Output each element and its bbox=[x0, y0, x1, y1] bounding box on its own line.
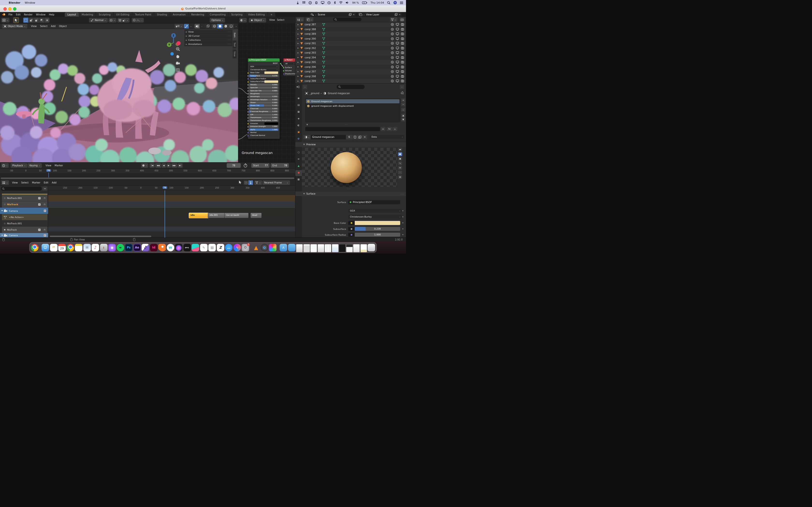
dropbox-icon[interactable] bbox=[302, 1, 305, 4]
snapping-toggle[interactable] bbox=[248, 180, 253, 185]
subsurface-slider[interactable]: 0.239 bbox=[355, 227, 400, 231]
outliner-row[interactable]: ▶ corql.394 bbox=[295, 55, 406, 60]
shader-menu-select[interactable]: Select bbox=[277, 18, 285, 21]
sort-alpha-button[interactable]: Az bbox=[387, 127, 392, 131]
properties-editor-type-icon[interactable] bbox=[296, 86, 300, 89]
properties-nav-back[interactable]: ⌄ bbox=[303, 85, 307, 89]
expand-icon[interactable]: ▶ bbox=[298, 33, 299, 35]
tab-constraints[interactable]: ≡ bbox=[295, 158, 302, 160]
hide-viewport-icon[interactable] bbox=[391, 56, 394, 59]
tab-world[interactable]: ◐ bbox=[295, 124, 302, 126]
new-collection-button[interactable] bbox=[400, 17, 405, 22]
nla-track-row[interactable]: ☆NlaTrack.001✓⊓ bbox=[2, 195, 47, 201]
disable-viewports-icon[interactable] bbox=[396, 65, 399, 68]
outliner-row[interactable]: ▶ corql.391 bbox=[295, 41, 406, 46]
workspace-tab[interactable]: Compositing bbox=[207, 12, 229, 17]
nla-menu-marker[interactable]: Marker bbox=[30, 181, 42, 184]
overlays-dropdown[interactable]: ⌄ bbox=[200, 24, 204, 29]
window-messages[interactable] bbox=[332, 244, 338, 252]
node-input-row[interactable]: Subsurface Color bbox=[249, 80, 278, 83]
disable-render-icon[interactable] bbox=[401, 65, 404, 68]
spotlight-icon[interactable] bbox=[387, 1, 390, 4]
gizmos-toggle[interactable] bbox=[184, 24, 189, 29]
use-preview-range-button[interactable] bbox=[244, 163, 247, 168]
menubar-clock[interactable]: Thu 14:04 bbox=[370, 1, 384, 4]
shader-editor-type-button[interactable]: ⌄ bbox=[239, 18, 247, 22]
proportional-edit-controls[interactable]: ⌄ bbox=[132, 18, 144, 22]
filter-invert-button[interactable]: ↔ bbox=[380, 127, 386, 131]
preview-flat-button[interactable]: ▬ bbox=[398, 148, 402, 151]
after-effects[interactable]: Ae bbox=[134, 244, 141, 251]
airplay-icon[interactable] bbox=[321, 1, 324, 4]
workspace-tab[interactable]: Modeling bbox=[79, 12, 96, 17]
nla-playhead-badge[interactable]: 78 bbox=[163, 186, 167, 189]
blender-logo-icon[interactable] bbox=[2, 13, 6, 16]
nla-track-row[interactable]: ☆NlaTrack✓⊓ bbox=[2, 201, 47, 207]
disable-render-icon[interactable] bbox=[401, 32, 404, 35]
timeline-ruler[interactable]: -500501001502002503003504004505005506006… bbox=[0, 169, 295, 173]
photoshop[interactable]: Ps bbox=[125, 244, 133, 251]
trash[interactable] bbox=[367, 244, 375, 251]
tab-physics[interactable]: ○ bbox=[295, 151, 302, 154]
window-sheet[interactable] bbox=[353, 244, 360, 252]
subsurface-socket[interactable] bbox=[348, 227, 355, 231]
timeline-playhead[interactable] bbox=[48, 173, 49, 177]
npanel-tab-view[interactable]: View bbox=[233, 50, 237, 58]
shader-editor-canvas[interactable]: ▼ Principled BSDF BSDF GGX bbox=[238, 23, 295, 162]
textedit[interactable]: ✎ bbox=[200, 244, 208, 251]
remove-view-layer-icon[interactable]: ✕ bbox=[399, 13, 401, 16]
workspace-tab[interactable]: Video Editing bbox=[245, 12, 267, 17]
preview-cloth-button[interactable]: ≋ bbox=[398, 166, 402, 170]
outliner-row[interactable]: ▶ corql.390 bbox=[295, 37, 406, 41]
messenger[interactable]: ϟ bbox=[234, 244, 241, 251]
object-name[interactable]: corql.390 bbox=[305, 38, 316, 40]
hide-viewport-icon[interactable] bbox=[391, 61, 394, 64]
select-mode-invert[interactable] bbox=[39, 18, 44, 23]
object-name[interactable]: corql.396 bbox=[305, 66, 316, 68]
installer[interactable]: ↓ bbox=[100, 244, 108, 251]
subsurface-radius-socket[interactable] bbox=[348, 233, 355, 237]
scene-selector[interactable]: ⌄ Scene ✕ bbox=[310, 12, 356, 17]
node-input-row[interactable]: Clearcoat Normal bbox=[249, 134, 278, 137]
node-input-row[interactable]: Sheen 0.000 bbox=[249, 101, 278, 104]
viewport-menu-select[interactable]: Select bbox=[40, 25, 48, 27]
active-tool-select-box[interactable] bbox=[13, 17, 19, 23]
material-output-node[interactable]: ▼ Materi All Surface Volume Displacemen bbox=[283, 58, 296, 76]
window-grid[interactable] bbox=[325, 244, 331, 252]
nla-strip[interactable]: idle bbox=[189, 213, 211, 218]
workspace-tab[interactable]: Shading bbox=[154, 12, 170, 17]
shading-rendered-button[interactable] bbox=[229, 24, 234, 29]
divider[interactable] bbox=[40, 243, 40, 251]
output-displacement-input[interactable]: Displacemen bbox=[284, 72, 296, 76]
shader-type-dropdown[interactable]: Object⌄ bbox=[249, 18, 266, 22]
distribution-dropdown[interactable]: GGX bbox=[348, 209, 402, 213]
nla-menu-view[interactable]: View bbox=[10, 181, 19, 184]
jump-to-start-button[interactable]: |◀ bbox=[150, 163, 155, 168]
outliner-row[interactable]: ▶ corql.397 bbox=[295, 69, 406, 74]
messages[interactable]: … bbox=[225, 244, 233, 251]
divider[interactable] bbox=[251, 243, 251, 251]
disable-render-icon[interactable] bbox=[401, 42, 404, 45]
tab-view-layer[interactable]: ▦ bbox=[295, 110, 302, 113]
pivot-point-dropdown[interactable]: ⌄ bbox=[108, 18, 116, 22]
system-preferences[interactable]: ⚙ 1 bbox=[242, 244, 249, 251]
nla-editor-type-button[interactable]: ⌄ bbox=[1, 180, 9, 185]
timeline-editor-type-button[interactable]: ⌄ bbox=[1, 163, 9, 168]
volume-icon[interactable] bbox=[346, 1, 349, 4]
node-input-row[interactable]: Emission bbox=[249, 122, 278, 125]
zoom-view-icon[interactable] bbox=[176, 47, 180, 51]
workspace-tab[interactable]: UV Editing bbox=[114, 12, 132, 17]
playback-menu[interactable]: Playback⌄ bbox=[11, 163, 27, 168]
menu-file[interactable]: File bbox=[7, 13, 14, 16]
window-finder-list[interactable] bbox=[311, 244, 317, 252]
disable-render-icon[interactable] bbox=[401, 37, 404, 40]
shader-menu-view[interactable]: View bbox=[269, 18, 275, 21]
nla-track-row[interactable]: ☆NlaTrack.001 bbox=[2, 220, 47, 226]
disable-viewports-icon[interactable] bbox=[396, 51, 399, 54]
hide-viewport-icon[interactable] bbox=[391, 75, 394, 78]
outliner-filter-button[interactable]: ⌄ bbox=[390, 17, 397, 22]
pin-id-icon[interactable] bbox=[401, 91, 404, 95]
object-name[interactable]: corql.391 bbox=[305, 42, 316, 45]
shading-wireframe-button[interactable] bbox=[212, 24, 217, 29]
chrome[interactable] bbox=[31, 244, 39, 251]
